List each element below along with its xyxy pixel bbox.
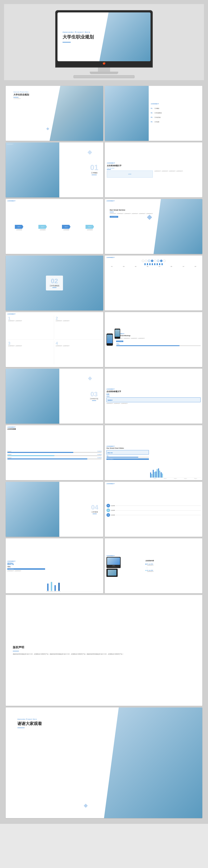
slide9-top-label: 点击添加标题文字 (7, 313, 102, 315)
section04-photo (6, 482, 59, 537)
chart-connect-btn[interactable]: Connect With Us (106, 458, 149, 460)
person-icon: 👤 (149, 263, 151, 265)
pct-label: Read Full Here (7, 568, 45, 570)
monitor-base (90, 72, 118, 74)
agenda-text-4: 工作业绩 (154, 121, 159, 123)
step2-sub: 点击添加副标题 (40, 229, 45, 230)
slide-11-section03: 03 工作存在不足 (6, 369, 103, 424)
slide-20-thankyou: Awesome Project Here 谢谢大家观着 (6, 708, 202, 818)
step2-label: 标题文字 (41, 226, 44, 227)
comp-item-1: Company 1 $1,345,000 (7, 451, 102, 453)
slide8-top-label: 点击添加标题文字 (106, 257, 201, 258)
agenda-text-1: 工作概述 (154, 108, 159, 109)
awesome-label: Awesome Project Here (13, 91, 29, 93)
cat-label: 为客 (111, 266, 112, 267)
icon-item: ○ (145, 260, 147, 262)
section02-box: 02 工作完成情况 (46, 276, 63, 290)
stat1: 1 点击添加内容文字，点击添加内容文字 (7, 315, 54, 340)
slide13-title: 点击添加副题 (7, 428, 102, 430)
monitor: Awesome Project Here 大学生职业规划 🍎 (55, 10, 153, 78)
slide4-subtitle: Your line here (107, 167, 200, 169)
mockup-progress: 75% (116, 343, 201, 346)
phone-price-2: $56,700 (116, 329, 119, 330)
pct2: 75% (7, 566, 45, 568)
person-icon: 👤 (161, 263, 163, 265)
slide12-body: 点击添加内容文字，点击添加内容文字，点击添加内容文字。 (106, 403, 201, 404)
bar-group-2 (153, 470, 155, 477)
chart-price: $56,700 (107, 452, 112, 454)
stat2: 2 点击添加内容文字，点击添加内容文字 (55, 315, 102, 340)
agenda-num-1: 01. (151, 107, 153, 109)
slide4-connect-btn[interactable]: 连接服务 (107, 170, 153, 178)
service-body: 点击添加内容文字，点击添加内容文字，点击添加内容文字，点击添加内容文字，点击添加… (110, 213, 157, 214)
icon-item: ● (148, 260, 150, 262)
agenda-photo (105, 86, 149, 141)
section01-num-area: 01 工作概述 (90, 164, 98, 176)
monitor-section: Awesome Project Here 大学生职业规划 🍎 (4, 4, 204, 80)
step1-label: 标题文字 (18, 226, 21, 227)
people-row: 👤 👤 👤 👤 👤 👤 👤 👤 (106, 263, 201, 265)
agenda-top-label: 点击添加标题文字 (151, 103, 200, 104)
step2: 标题文字 点击添加副标题 (38, 225, 47, 230)
agenda-item-1: 01. 工作概述 (151, 106, 200, 110)
slide-18-monitor: 点击添加标题文字 点击添加内容 05, Jun 2016 (105, 538, 202, 593)
icon-item: ○ (154, 260, 157, 262)
step3-sub: 点击添加副标题 (63, 229, 69, 230)
monitor-body: Awesome Project Here 大学生职业规划 🍎 (55, 10, 153, 67)
mockup-title: Our Great Mockup (116, 335, 201, 337)
step1-sub: 点击添加副标题 (16, 229, 22, 230)
section03-title: 工作存在不足 (90, 398, 98, 400)
comp-item-3: Company 3 $1,345,000 (7, 457, 102, 459)
read-more-btn[interactable]: Read Full Here (116, 341, 123, 342)
cat-label: 团队 (147, 266, 148, 267)
page-wrapper: Awesome Project Here 大学生职业规划 🍎 (0, 0, 208, 824)
stat3: 3 点击添加内容文字，点击添加内容文字 (7, 340, 54, 365)
slide16-top-label: 点击添加标题文字 (106, 483, 201, 484)
comp-item-2: Company 2 $1,345,000 (7, 454, 102, 456)
tagline: 点击添加副标题文字 (13, 98, 29, 99)
stat2-num: 2 (56, 316, 101, 320)
monitor-stand (98, 67, 110, 72)
slide12-top-label: 点击添加标题文字 (106, 389, 201, 390)
step02-label: 点击添加 (111, 510, 115, 511)
service-top-label: 点击添加标题文字 (106, 200, 114, 202)
step-03: 03 点击添加 (106, 513, 201, 517)
comp-label-2: Company 2 (7, 454, 11, 455)
section01-diamond (88, 150, 92, 155)
chart-title: Our Great Chart Slides (106, 447, 149, 449)
phone-back: $56,700 (114, 329, 120, 339)
progress-left: 点击添加标题文字 80% 75% Read Full Here 点击添加内容文字… (7, 539, 45, 592)
cat5: Category 5 (194, 478, 197, 479)
person-icon: 👤 (159, 263, 161, 265)
agenda-item-4: 04. 工作业绩 (151, 119, 200, 123)
section04-box: 04 工作安排 (91, 504, 98, 515)
slide4-body: 点击添加内容文字，点击添加内容文字，点击添加内容文字，点击添加内容文字。 (154, 170, 200, 172)
slide18-top-label: 点击添加标题文字 (106, 555, 144, 556)
timeline-item-2: 06, Jun 2016 点击添加内容文字 (145, 570, 201, 572)
cat-label: 服务 (171, 266, 172, 267)
progress-body: 点击添加内容文字，点击添加内容文字 (7, 570, 45, 571)
section01-num: 01 (90, 164, 98, 171)
phone-price-1: $58,700 (108, 334, 111, 336)
agenda-item-2: 02. 工作完成情况 (151, 111, 200, 114)
comp-amount-1: $1,345,000 (98, 451, 102, 452)
icon-item: ◆ (157, 260, 160, 262)
cat-label: 发展 (195, 266, 196, 267)
section03-box: 03 工作存在不足 (90, 391, 98, 401)
agenda-text-3: 工作业完成 (154, 117, 161, 118)
cat-label: 技能 (123, 266, 125, 267)
bar-label-3: Company 3 (54, 591, 57, 592)
slide-2-agenda: 点击添加标题文字 01. 工作概述 02. 工作完成情况 03. 工作业完成 0… (105, 86, 202, 141)
slide-3-section01: 点击添加标题文字 01 工作概述 (6, 143, 103, 197)
thankyou-title: 谢谢大家观着 (18, 721, 42, 726)
apple-logo: 🍎 (103, 62, 106, 65)
timeline-desc-1: 点击添加内容文字 (147, 565, 153, 566)
slide-15-section04: 04 工作安排 (6, 482, 103, 537)
stat3-desc: 点击添加内容文字，点击添加内容文字 (8, 345, 53, 346)
person-icon: 👤 (146, 263, 148, 265)
icon-item: ◎ (160, 260, 163, 262)
connect-btn[interactable]: Connect With Us (110, 216, 118, 218)
step03-circle: 03 (106, 513, 110, 517)
slide-1-cover: Awesome Project Here 大学生职业规划 点击添加副标题文字 (6, 86, 103, 141)
section01-photo (6, 143, 59, 197)
